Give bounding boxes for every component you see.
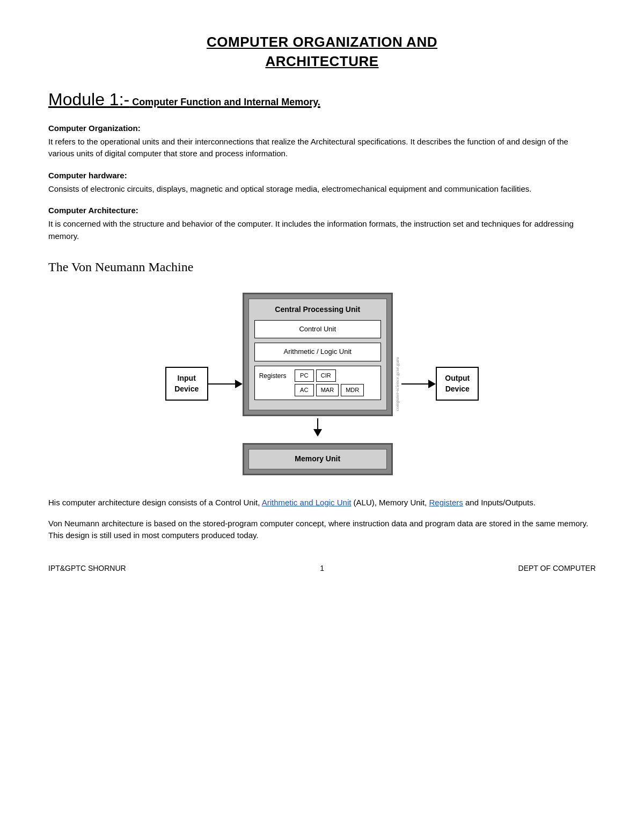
registers-label: Registers: [259, 369, 291, 381]
footer-left: IPT&GPTC SHORNUR: [48, 563, 126, 574]
reg-row-1: PC CIR: [295, 369, 364, 382]
section-body-hardware: Consists of electronic circuits, display…: [48, 183, 596, 195]
cpu-outer-box: Central Processing Unit Control Unit Ari…: [243, 293, 393, 417]
section-body-organization: It refers to the operational units and t…: [48, 136, 596, 160]
bottom-text-after: and Inputs/Outputs.: [463, 498, 536, 507]
control-unit-box: Control Unit: [254, 320, 381, 338]
register-boxes: PC CIR AC MAR MDR: [295, 369, 364, 397]
footer-center: 1: [320, 563, 324, 574]
alu-link[interactable]: Arithmetic and Logic Unit: [262, 498, 352, 507]
registers-area: Registers PC CIR AC MAR MD: [254, 366, 381, 401]
page-title: COMPUTER ORGANIZATION AND ARCHITECTURE: [48, 32, 596, 71]
reg-cir: CIR: [316, 369, 336, 382]
reg-ac: AC: [295, 384, 314, 396]
memory-inner-box: Memory Unit: [248, 449, 387, 469]
reg-pc: PC: [295, 369, 314, 382]
output-device-box: OutputDevice: [436, 367, 479, 401]
input-device-box: InputDevice: [165, 367, 208, 401]
von-neumann-diagram: InputDevice Central Processing Unit Cont…: [48, 293, 596, 475]
section-hardware: Computer hardware: Consists of electroni…: [48, 170, 596, 195]
section-heading-architecture: Computer Architecture:: [48, 205, 596, 216]
section-organization: Computer Organization: It refers to the …: [48, 122, 596, 160]
cpu-memory-block: Central Processing Unit Control Unit Ari…: [243, 293, 402, 475]
bottom-text-middle: (ALU), Memory Unit,: [351, 498, 429, 507]
module-heading: Module 1:- Computer Function and Interna…: [48, 88, 596, 112]
bottom-paragraph-1: His computer architecture design consist…: [48, 497, 596, 509]
section-body-architecture: It is concerned with the structure and b…: [48, 218, 596, 242]
input-arrow: [208, 380, 243, 388]
watermark: computer-science.gcse.guru: [393, 357, 402, 411]
section-architecture: Computer Architecture: It is concerned w…: [48, 205, 596, 242]
cpu-inner-box: Central Processing Unit Control Unit Ari…: [248, 299, 387, 411]
memory-outer-box: Memory Unit: [243, 443, 393, 475]
footer-right: DEPT OF COMPUTER: [518, 563, 596, 574]
cpu-memory-arrow: [313, 418, 322, 437]
cpu-memory-column: Central Processing Unit Control Unit Ari…: [243, 293, 393, 475]
input-device-label: InputDevice: [174, 373, 200, 394]
bottom-text-before: His computer architecture design consist…: [48, 498, 262, 507]
reg-mdr: MDR: [341, 384, 364, 396]
reg-mar: MAR: [316, 384, 339, 396]
alu-box: Arithmetic / Logic Unit: [254, 343, 381, 361]
cpu-title: Central Processing Unit: [254, 304, 381, 315]
output-device-label: OutputDevice: [444, 373, 470, 394]
registers-link[interactable]: Registers: [429, 498, 463, 507]
section-heading-hardware: Computer hardware:: [48, 170, 596, 181]
section-heading-organization: Computer Organization:: [48, 122, 596, 134]
output-arrow: [401, 380, 436, 388]
memory-unit-label: Memory Unit: [254, 454, 381, 465]
reg-row-2: AC MAR MDR: [295, 384, 364, 396]
bottom-paragraph-2: Von Neumann architecture is based on the…: [48, 518, 596, 542]
von-neumann-heading: The Von Neumann Machine: [48, 258, 596, 277]
footer: IPT&GPTC SHORNUR 1 DEPT OF COMPUTER: [48, 563, 596, 574]
